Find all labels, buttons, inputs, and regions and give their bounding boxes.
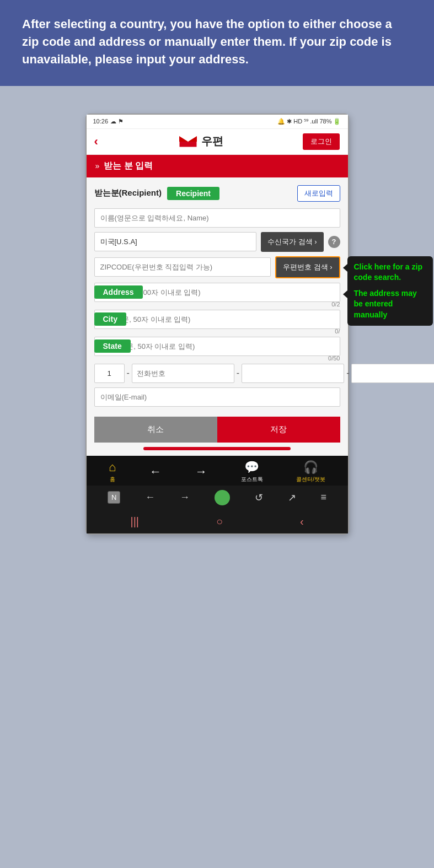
back-arrow-button[interactable]: ‹ [94,134,98,149]
nav-callcenter[interactable]: 🎧 콜센터/챗봇 [296,460,325,483]
nav-postalk-label: 포스트톡 [241,476,263,483]
nav-back[interactable]: ← [149,465,162,479]
name-input[interactable] [94,208,340,228]
status-bar: 10:26 ☁ ⚑ 🔔 ✱ HD ⁵⁹ .ull 78% 🔋 [87,115,348,129]
zip-search-button[interactable]: 우편번호 검색 › [275,256,340,278]
help-icon[interactable]: ? [328,236,340,248]
state-input[interactable] [94,337,340,356]
status-right: 🔔 ✱ HD ⁵⁹ .ull 78% 🔋 [277,118,341,125]
browser-naver-button[interactable]: N [108,491,120,504]
nav-forward-icon: → [195,465,207,479]
callout-zip-text: Click here for a zip code search. [354,262,422,282]
section-header-title: 받는 분 입력 [104,160,153,172]
city-input[interactable] [94,310,340,329]
recipient-badge: Recipient [167,187,219,200]
browser-menu-button[interactable]: ≡ [320,492,326,503]
callout-address: The address may be entered manually [347,283,433,326]
address-badge: Address [94,285,143,299]
status-left: 10:26 ☁ ⚑ [93,118,124,125]
state-field-row: State [94,337,340,356]
callcenter-icon: 🎧 [303,460,318,475]
nav-back-icon: ← [149,465,162,479]
nav-forward[interactable]: → [195,465,207,479]
app-logo: 우편 [178,134,223,149]
country-search-button[interactable]: 수신국가 검색 › [261,232,324,252]
android-back-button[interactable]: ‹ [300,515,304,528]
home-icon: ⌂ [109,460,116,475]
status-time: 10:26 [93,118,109,125]
action-row: 취소 저장 [94,417,340,443]
phone-country-code-input[interactable] [94,364,125,383]
app-title: 우편 [201,134,223,149]
phone-frame: 10:26 ☁ ⚑ 🔔 ✱ HD ⁵⁹ .ull 78% 🔋 ‹ 우편 로그인 [85,114,349,535]
nav-home-label: 홈 [110,476,115,483]
app-logo-icon [178,134,198,149]
section-chevron-icon: » [95,161,100,170]
header-instruction: After selecting a country, you have the … [22,15,412,68]
postalk-icon: 💬 [244,460,259,475]
phone-sep3: - [346,368,349,378]
state-badge: State [94,339,131,353]
browser-nav: N ← → ↺ ↗ ≡ [87,486,348,510]
recipient-row: 받는분(Recipient) Recipient 새로입력 [94,185,340,202]
phone-sep1: - [127,368,130,378]
callout-address-text: The address may be entered manually [354,289,417,319]
red-progress-bar [143,447,291,450]
nav-postalk[interactable]: 💬 포스트톡 [241,460,263,483]
android-nav: ||| ○ ‹ [87,510,348,533]
status-icons-right: 🔔 ✱ HD ⁵⁹ .ull 78% 🔋 [277,118,341,125]
browser-share-button[interactable]: ↗ [288,492,296,504]
zip-input[interactable] [94,257,271,277]
zip-row: 우편번호 검색 › Click here for a zip code sear… [94,256,340,278]
app-header: ‹ 우편 로그인 [87,129,348,155]
city-badge: City [94,312,126,326]
browser-reload-button[interactable]: ↺ [255,492,263,504]
phone-row: - - - [94,364,340,383]
phone-sep2: - [237,368,239,378]
help-icon-text: ? [332,238,336,246]
bottom-nav: ⌂ 홈 ← → 💬 포스트톡 🎧 콜센터/챗봇 [87,456,348,486]
browser-record-button[interactable] [215,490,230,505]
browser-back-button[interactable]: ← [145,492,155,503]
save-button[interactable]: 저장 [217,417,340,443]
section-header: » 받는 분 입력 [87,155,348,177]
new-entry-button[interactable]: 새로입력 [297,185,340,202]
city-field-row: City [94,310,340,329]
status-icons-left: ☁ ⚑ [110,118,124,125]
browser-forward-button[interactable]: → [180,492,190,503]
phone-middle-input[interactable] [132,364,234,383]
email-input[interactable] [94,387,340,407]
cancel-button[interactable]: 취소 [94,417,217,443]
phone-ext-input[interactable] [351,364,434,383]
form-content: 받는분(Recipient) Recipient 새로입력 미국[U.S.A] … [87,177,348,456]
header-banner: After selecting a country, you have the … [0,0,434,86]
recipient-label: 받는분(Recipient) [94,188,162,198]
phone-wrapper: 10:26 ☁ ⚑ 🔔 ✱ HD ⁵⁹ .ull 78% 🔋 ‹ 우편 로그인 [0,86,434,557]
country-select[interactable]: 미국[U.S.A] [94,232,256,251]
login-button[interactable]: 로그인 [303,133,340,150]
phone-last-input[interactable] [242,364,344,383]
address-field-row: Address The address may be entered manua… [94,283,340,302]
country-row: 미국[U.S.A] 수신국가 검색 › ? [94,232,340,252]
nav-home[interactable]: ⌂ 홈 [109,460,116,483]
android-recent-button[interactable]: ||| [130,515,139,528]
android-home-button[interactable]: ○ [216,515,223,528]
nav-callcenter-label: 콜센터/챗봇 [296,476,325,483]
